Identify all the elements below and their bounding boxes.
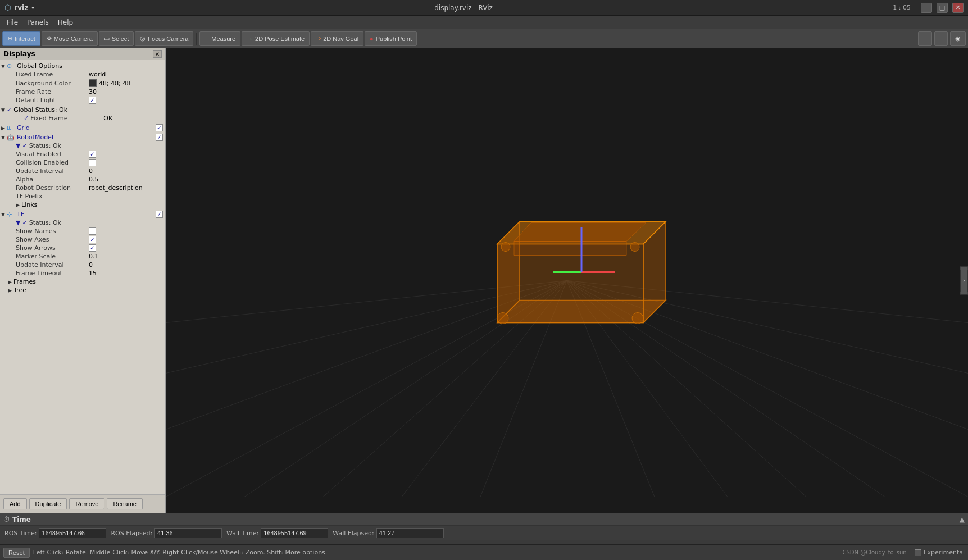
frame-timeout-value[interactable]: 15 <box>89 270 97 277</box>
grid-icon: ⊞ <box>7 124 16 131</box>
panel-close-button[interactable]: ✕ <box>153 50 162 58</box>
update-interval-label: Update Interval <box>16 167 89 175</box>
focus-camera-button[interactable]: ◎ Focus Camera <box>135 31 193 46</box>
close-button[interactable]: ✕ <box>952 3 964 13</box>
publish-point-button[interactable]: ● Publish Point <box>365 31 417 46</box>
tf-checkbox[interactable]: ✓ <box>156 211 163 218</box>
titlebar-controls: 1 : 05 — □ ✕ <box>893 3 964 13</box>
global-status-fixed-frame: ✓ Fixed Frame OK <box>0 114 165 122</box>
fixed-frame-value[interactable]: world <box>89 71 106 78</box>
frames-row[interactable]: ▶ Frames <box>0 277 165 286</box>
robot-model-checkbox[interactable]: ✓ <box>156 134 163 141</box>
zoom-out-button[interactable]: − <box>934 31 948 46</box>
show-axes-checkbox[interactable]: ✓ <box>89 236 96 243</box>
svg-point-24 <box>497 313 508 324</box>
menu-help[interactable]: Help <box>53 17 78 28</box>
grid-row[interactable]: ▶ ⊞ Grid ✓ <box>0 124 165 132</box>
csdn-credit: CSDN @Cloudy_to_sun <box>843 549 907 556</box>
frame-rate-value[interactable]: 30 <box>89 88 97 95</box>
robot-icon: 🤖 <box>7 134 16 141</box>
remove-button[interactable]: Remove <box>69 498 104 509</box>
tf-prefix-prop: TF Prefix <box>0 192 165 201</box>
time-expand-button[interactable]: ▲ <box>960 516 965 523</box>
menu-file[interactable]: File <box>2 17 22 28</box>
tf-row[interactable]: ▼ ⊹ TF ✓ <box>0 210 165 218</box>
duplicate-button[interactable]: Duplicate <box>29 498 67 509</box>
robot-desc-value[interactable]: robot_description <box>89 184 143 192</box>
tree-arrow: ▶ <box>8 288 13 293</box>
svg-point-26 <box>501 243 510 252</box>
global-status-label: Global Status: Ok <box>13 106 67 113</box>
zoom-in-button[interactable]: + <box>918 31 931 46</box>
titlebar-dropdown-icon[interactable]: ▾ <box>31 5 34 11</box>
visual-enabled-checkbox[interactable]: ✓ <box>89 151 96 158</box>
3d-viewport[interactable]: › › <box>166 48 968 513</box>
reset-button[interactable]: Reset <box>3 548 30 558</box>
alpha-label: Alpha <box>16 176 89 183</box>
ros-elapsed-input[interactable] <box>154 528 222 538</box>
show-axes-prop: Show Axes ✓ <box>0 235 165 244</box>
tf-section: ▼ ⊹ TF ✓ ▼ ✓ Status: Ok Show Names Show … <box>0 210 165 295</box>
pose-estimate-button[interactable]: → 2D Pose Estimate <box>242 31 310 46</box>
links-row[interactable]: ▶ Links <box>0 201 165 209</box>
global-options-row[interactable]: ▼ ⊙ Global Options <box>0 62 165 70</box>
focus-icon: ◎ <box>140 35 146 42</box>
minimize-button[interactable]: — <box>921 3 932 13</box>
select-button[interactable]: ▭ Select <box>99 31 134 46</box>
experimental-checkbox[interactable] <box>915 549 921 556</box>
globe-icon: ⊙ <box>7 62 16 70</box>
alpha-value[interactable]: 0.5 <box>89 176 99 183</box>
robot-model-row[interactable]: ▼ 🤖 RobotModel ✓ <box>0 133 165 142</box>
view-options-button[interactable]: ◉ <box>950 31 966 46</box>
bg-color-value[interactable]: 48; 48; 48 <box>89 79 130 87</box>
ros-elapsed-label: ROS Elapsed: <box>111 530 152 537</box>
status-help-text: Left-Click: Rotate. Middle-Click: Move X… <box>33 549 328 556</box>
show-arrows-label: Show Arrows <box>16 244 89 252</box>
tree-row[interactable]: ▶ Tree <box>0 286 165 294</box>
nav-goal-button[interactable]: ⇒ 2D Nav Goal <box>311 31 363 46</box>
svg-marker-23 <box>514 242 626 256</box>
wall-time-input[interactable] <box>261 528 328 538</box>
marker-scale-value[interactable]: 0.1 <box>89 253 99 260</box>
global-status-arrow: ▼ <box>1 107 7 113</box>
collision-enabled-label: Collision Enabled <box>16 159 89 166</box>
titlebar-left: ⬡ rviz ▾ <box>4 3 34 12</box>
experimental-area: CSDN @Cloudy_to_sun Experimental <box>843 549 965 556</box>
global-options-label: Global Options <box>17 62 62 70</box>
move-camera-button[interactable]: ✥ Move Camera <box>42 31 98 46</box>
inner-check: ✓ <box>24 115 29 122</box>
publish-icon: ● <box>370 35 374 42</box>
default-light-value[interactable]: ✓ <box>89 97 96 104</box>
robot-desc-label: Robot Description <box>16 184 89 192</box>
select-icon: ▭ <box>104 35 110 42</box>
panel-title: Displays <box>3 50 35 58</box>
frame-rate-label: Frame Rate <box>16 88 89 95</box>
grid-checkbox[interactable]: ✓ <box>156 124 163 131</box>
time-panel-title: Time <box>12 516 31 523</box>
default-light-label: Default Light <box>16 97 89 104</box>
menu-panels[interactable]: Panels <box>22 17 53 28</box>
window-title: display.rviz - RViz <box>434 4 493 12</box>
tf-update-interval-value[interactable]: 0 <box>89 261 93 268</box>
ros-time-group: ROS Time: <box>4 528 106 538</box>
global-status-row[interactable]: ▼ ✓ Global Status: Ok <box>0 106 165 114</box>
toolbar-sep-2 <box>420 33 420 45</box>
experimental-label: Experimental <box>924 549 965 556</box>
grid-arrow: ▶ <box>1 125 7 131</box>
wall-elapsed-input[interactable] <box>376 528 444 538</box>
update-interval-value[interactable]: 0 <box>89 167 93 175</box>
ros-time-input[interactable] <box>39 528 106 538</box>
show-arrows-checkbox[interactable]: ✓ <box>89 244 96 252</box>
measure-button[interactable]: ─ Measure <box>199 31 240 46</box>
global-status-check: ✓ <box>7 106 12 113</box>
show-names-checkbox[interactable] <box>89 227 96 235</box>
maximize-button[interactable]: □ <box>937 3 948 13</box>
add-button[interactable]: Add <box>3 498 27 509</box>
viewport-collapse-tab[interactable]: › <box>960 270 968 292</box>
collision-enabled-checkbox[interactable] <box>89 159 96 166</box>
interact-button[interactable]: ⊕ Interact <box>2 31 40 46</box>
rename-button[interactable]: Rename <box>107 498 143 509</box>
fixed-frame-label: Fixed Frame <box>16 71 89 78</box>
default-light-checkbox[interactable]: ✓ <box>89 97 96 104</box>
toolbar: ⊕ Interact ✥ Move Camera ▭ Select ◎ Focu… <box>0 29 968 48</box>
